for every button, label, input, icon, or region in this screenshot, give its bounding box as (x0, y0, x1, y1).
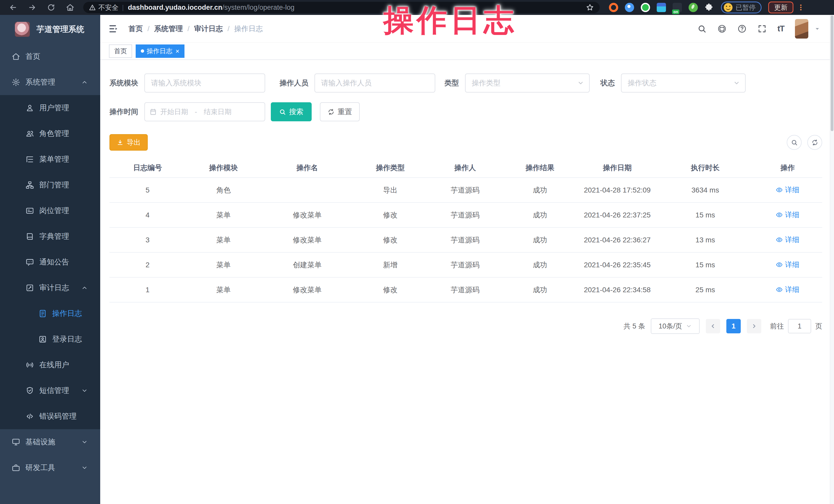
extension-drop-icon[interactable] (625, 3, 634, 12)
reset-button[interactable]: 重置 (320, 102, 360, 121)
paused-extension-pill[interactable]: 已暂停 (721, 2, 762, 13)
sidebar-item-6[interactable]: 岗位管理 (0, 198, 100, 224)
cell-name: 创建菜单 (261, 260, 353, 270)
sidebar-item-9[interactable]: 审计日志 (0, 275, 100, 301)
extension-green-icon[interactable] (641, 3, 650, 12)
back-icon[interactable] (9, 3, 18, 12)
toggle-search-button[interactable] (787, 135, 802, 150)
status-select[interactable]: 操作状态 (621, 73, 746, 92)
hamburger-icon[interactable] (108, 24, 119, 34)
active-tag-dot (141, 49, 144, 53)
breadcrumb-item-0[interactable]: 首页 (129, 24, 143, 34)
browser-menu-icon[interactable] (797, 3, 805, 12)
operator-input[interactable] (314, 73, 435, 92)
chevron-up-icon (81, 79, 88, 86)
cell-module: 菜单 (186, 285, 261, 295)
url-path: /system/log/operate-log (222, 4, 294, 12)
search-button[interactable]: 搜索 (271, 102, 312, 121)
cell-type: 导出 (353, 185, 427, 195)
cell-type: 修改 (353, 210, 427, 220)
notice-icon (25, 258, 34, 266)
extension-stats-icon[interactable] (657, 3, 666, 12)
help-icon[interactable] (738, 24, 747, 34)
avatar-caret-down-icon[interactable] (814, 26, 820, 31)
cell-operator: 芋道源码 (427, 260, 503, 270)
sidebar-item-3[interactable]: 角色管理 (0, 121, 100, 147)
goto-page-input[interactable] (788, 319, 811, 333)
extension-ring-icon[interactable] (609, 3, 618, 12)
sidebar-item-12[interactable]: 在线用户 (0, 352, 100, 378)
extensions-puzzle-icon[interactable] (704, 3, 713, 12)
next-page-button[interactable] (747, 319, 761, 333)
sidebar-item-1[interactable]: 系统管理 (0, 69, 100, 95)
refresh-icon (811, 139, 818, 146)
fullscreen-icon[interactable] (758, 24, 767, 34)
sidebar-item-label: 部门管理 (39, 180, 69, 190)
breadcrumb-item-1[interactable]: 系统管理 (154, 24, 183, 34)
cell-id: 3 (109, 236, 186, 244)
cell-operator: 芋道源码 (427, 285, 503, 295)
page-scrollbar[interactable] (830, 15, 834, 504)
address-bar[interactable]: 不安全 | dashboard.yudao.iocoder.cn /system… (83, 2, 600, 13)
date-range-picker[interactable]: 开始日期 - 结束日期 (145, 102, 265, 121)
user-avatar-image[interactable] (795, 19, 808, 39)
cell-result: 成功 (503, 260, 577, 270)
tag-1[interactable]: 操作日志× (136, 44, 184, 58)
audit-icon (25, 284, 34, 292)
sidebar-item-7[interactable]: 字典管理 (0, 224, 100, 249)
reload-icon[interactable] (47, 3, 56, 12)
github-icon[interactable] (717, 24, 727, 34)
cell-operator: 芋道源码 (427, 185, 503, 195)
browser-topbar: 不安全 | dashboard.yudao.iocoder.cn /system… (0, 0, 834, 15)
export-button[interactable]: 导出 (109, 134, 148, 151)
update-button[interactable]: 更新 (768, 2, 793, 13)
sidebar-item-4[interactable]: 菜单管理 (0, 147, 100, 172)
scrollbar-thumb[interactable] (831, 16, 833, 131)
cell-name: 修改菜单 (261, 235, 353, 245)
detail-link[interactable]: 详细 (776, 285, 799, 294)
breadcrumb-item-2[interactable]: 审计日志 (194, 24, 223, 34)
table-tools (787, 135, 822, 150)
refresh-table-button[interactable] (807, 135, 822, 150)
font-size-icon[interactable]: tT (777, 24, 784, 34)
sidebar-item-label: 错误码管理 (39, 411, 76, 421)
app-logo[interactable]: 芋道管理系统 (0, 15, 100, 44)
forward-icon[interactable] (28, 3, 37, 12)
cell-date: 2021-04-26 22:36:27 (577, 236, 658, 244)
sidebar-item-15[interactable]: 基础设施 (0, 429, 100, 455)
cell-duration: 15 ms (658, 211, 753, 219)
tag-0[interactable]: 首页 (109, 44, 132, 58)
sidebar-item-5[interactable]: 部门管理 (0, 172, 100, 198)
sidebar-item-11[interactable]: 登录日志 (0, 326, 100, 352)
extension-switch-icon[interactable]: on (673, 3, 682, 12)
detail-link[interactable]: 详细 (776, 210, 799, 220)
page-size-select[interactable]: 10条/页 (651, 319, 700, 334)
extension-leaf-icon[interactable] (688, 3, 698, 12)
detail-link[interactable]: 详细 (776, 235, 799, 245)
type-select[interactable]: 操作类型 (465, 73, 590, 92)
type-select-placeholder: 操作类型 (472, 78, 577, 88)
table-body: 5角色导出芋道源码成功2021-04-28 17:52:093634 ms详细4… (109, 178, 822, 303)
search-icon[interactable] (697, 24, 706, 34)
dict-icon (25, 232, 34, 241)
sidebar-item-13[interactable]: 短信管理 (0, 378, 100, 403)
home-browser-icon[interactable] (66, 3, 74, 12)
sidebar-item-10[interactable]: 操作日志 (0, 301, 100, 326)
detail-link[interactable]: 详细 (776, 185, 799, 195)
module-input[interactable] (145, 73, 265, 92)
tag-label: 首页 (114, 47, 127, 55)
sidebar-item-8[interactable]: 通知公告 (0, 249, 100, 275)
column-header-1: 操作模块 (186, 163, 261, 173)
sidebar-item-2[interactable]: 用户管理 (0, 95, 100, 121)
sidebar-item-16[interactable]: 研发工具 (0, 455, 100, 481)
sidebar-item-14[interactable]: 错误码管理 (0, 403, 100, 429)
goto-label: 前往 (770, 322, 784, 331)
prev-page-button[interactable] (706, 319, 720, 333)
close-icon[interactable]: × (175, 48, 179, 54)
sidebar-item-0[interactable]: 首页 (0, 44, 100, 69)
bookmark-star-icon[interactable] (586, 3, 594, 12)
sidebar-menu: 首页系统管理用户管理角色管理菜单管理部门管理岗位管理字典管理通知公告审计日志操作… (0, 44, 100, 481)
detail-link[interactable]: 详细 (776, 260, 799, 270)
page-number-1[interactable]: 1 (726, 319, 741, 333)
table-row-2: 3菜单修改菜单修改芋道源码成功2021-04-26 22:36:2713 ms详… (109, 228, 822, 253)
